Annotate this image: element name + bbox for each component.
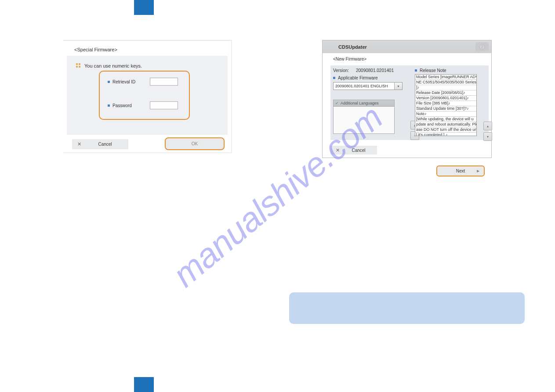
cdsupdater-header: CDSUpdater bbox=[323, 40, 491, 53]
svg-rect-3 bbox=[79, 66, 80, 68]
check-icon: ✔ bbox=[335, 101, 339, 105]
applicable-firmware-select[interactable]: 20090801.0201401 ENGLISH ▼ bbox=[333, 82, 403, 90]
additional-languages-label: Additional Languages bbox=[341, 101, 379, 105]
special-firmware-body: You can use numeric keys. Retrieval ID P… bbox=[67, 56, 228, 135]
release-note-line: Standard Update time [30?]?♪ bbox=[415, 106, 476, 111]
ok-label: OK bbox=[192, 141, 198, 146]
numeric-keys-text: You can use numeric keys. bbox=[84, 63, 142, 68]
bullet-icon bbox=[108, 104, 110, 107]
bullet-icon bbox=[415, 69, 417, 72]
globe-icon bbox=[475, 42, 489, 51]
new-firmware-subtitle: <New Firmware> bbox=[323, 53, 491, 61]
svg-rect-1 bbox=[79, 63, 80, 65]
cancel-button[interactable]: ✕ Cancel bbox=[72, 139, 128, 149]
retrieval-id-input[interactable] bbox=[150, 78, 178, 86]
scroll-up-button[interactable]: ▲ bbox=[483, 122, 492, 130]
bullet-icon bbox=[108, 81, 110, 83]
password-input[interactable] bbox=[150, 101, 178, 109]
release-note-line: pdate and reboot automatically. Ple bbox=[415, 122, 476, 127]
applicable-firmware-label: Applicable Firmware bbox=[338, 76, 378, 80]
firmware-left-column: Version: 20090801.0201401 Applicable Fir… bbox=[333, 68, 410, 134]
release-note-line: Model Series [imageRUNNER ADVAC bbox=[415, 75, 476, 80]
version-label: Version: bbox=[333, 68, 356, 73]
release-note-line: l it's completed.] ♪ bbox=[415, 133, 476, 136]
decorative-blue-block-bottom bbox=[134, 377, 154, 392]
note-box bbox=[289, 292, 525, 324]
release-note-label: Release Note bbox=[420, 68, 446, 73]
release-note-section: Release Note Model Series [imageRUNNER A… bbox=[415, 68, 485, 136]
retrieval-id-label: Retrieval ID bbox=[112, 79, 135, 84]
next-label: Next bbox=[456, 169, 465, 173]
ok-button[interactable]: OK bbox=[165, 137, 225, 150]
cancel-label: Cancel bbox=[340, 148, 377, 153]
svg-rect-2 bbox=[76, 66, 78, 68]
applicable-firmware-value: 20090801.0201401 ENGLISH bbox=[335, 84, 388, 88]
close-icon: ✕ bbox=[76, 142, 82, 147]
additional-languages-section: ✔ Additional Languages bbox=[333, 100, 395, 134]
release-note-line: Release Date [2009/08/01]♪ bbox=[415, 90, 476, 96]
password-label: Password bbox=[112, 103, 132, 108]
version-value: 20090801.0201401 bbox=[356, 68, 394, 73]
cancel-button[interactable]: ✕ Cancel bbox=[330, 146, 377, 155]
cancel-label: Cancel bbox=[82, 142, 128, 147]
release-note-line: [While updating, the device will u bbox=[415, 117, 476, 122]
numeric-keys-icon bbox=[76, 63, 82, 69]
close-icon: ✕ bbox=[335, 147, 340, 153]
firmware-body: Version: 20090801.0201401 Applicable Fir… bbox=[330, 65, 489, 140]
release-note-box[interactable]: Model Series [imageRUNNER ADVAC NE C5051… bbox=[415, 74, 477, 136]
special-firmware-panel: <Special Firmware> You can use numeric k… bbox=[63, 40, 232, 153]
chevron-right-icon: ▶ bbox=[477, 169, 479, 173]
release-note-line: File Size [385 MB]♪ bbox=[415, 101, 476, 106]
release-note-line: NE C5051/5045/5035/5030 Series bbox=[415, 80, 476, 85]
special-firmware-title: <Special Firmware> bbox=[74, 47, 117, 52]
svg-rect-0 bbox=[76, 63, 78, 65]
numeric-keys-info: You can use numeric keys. bbox=[76, 63, 142, 69]
bullet-icon bbox=[333, 77, 335, 79]
release-note-line: Note♪ bbox=[415, 111, 476, 117]
chevron-down-icon: ▼ bbox=[394, 83, 402, 90]
cdsupdater-panel: CDSUpdater <New Firmware> Version: 20090… bbox=[322, 40, 492, 158]
next-button[interactable]: Next ▶ bbox=[436, 165, 485, 176]
release-note-line: Version [20090801.0201401]♪ bbox=[415, 96, 476, 101]
decorative-blue-block-top bbox=[134, 0, 154, 15]
credentials-form: Retrieval ID Password bbox=[99, 71, 190, 120]
release-note-line: ]♪ bbox=[415, 85, 476, 90]
cdsupdater-title: CDSUpdater bbox=[338, 44, 367, 50]
additional-languages-list[interactable] bbox=[333, 107, 395, 134]
scroll-down-button[interactable]: ▼ bbox=[483, 132, 492, 141]
release-note-line: ase DO NOT turn off the device unti bbox=[415, 127, 476, 133]
